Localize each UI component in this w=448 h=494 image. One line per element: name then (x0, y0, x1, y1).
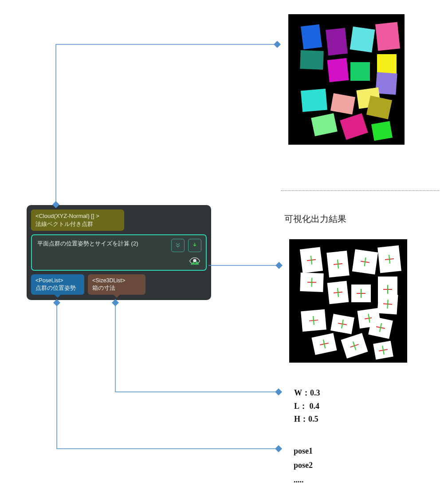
step-node: <Cloud(XYZ-Normal) [] > 法線ベクトル付き点群 平面点群の… (27, 205, 211, 300)
poses-readout: pose1 pose2 ..... (294, 444, 313, 487)
input-port-type: <Cloud(XYZ-Normal) [] > (35, 212, 120, 220)
output-port-size3dlist[interactable]: <Size3DList> 箱の寸法 (88, 274, 145, 295)
svg-point-0 (193, 259, 196, 262)
pose-line-1: pose1 (294, 444, 313, 458)
svg-marker-3 (275, 262, 283, 269)
input-preview-image (288, 14, 405, 145)
output-ports: <PoseList> 点群の位置姿勢 <Size3DList> 箱の寸法 (31, 274, 207, 295)
collapse-button[interactable] (171, 239, 185, 252)
download-icon (191, 242, 198, 249)
node-body: 平面点群の位置姿勢とサイズを計算 (2) (31, 234, 207, 271)
output-port-label: 箱の寸法 (92, 285, 141, 292)
chevron-double-down-icon (174, 242, 181, 249)
output-port-label: 点群の位置姿勢 (35, 285, 80, 292)
svg-marker-7 (275, 388, 282, 395)
input-port-label: 法線ベクトル付き点群 (35, 220, 120, 228)
pose-line-more: ..... (294, 473, 313, 487)
dim-l-value: 0.4 (310, 402, 320, 411)
svg-marker-6 (112, 299, 119, 306)
visualization-output-image (289, 239, 407, 363)
section-divider (281, 190, 439, 191)
dim-h-label: H： (294, 415, 308, 423)
svg-marker-4 (53, 299, 60, 306)
visualize-icon[interactable] (189, 257, 200, 267)
output-port-poselist[interactable]: <PoseList> 点群の位置姿勢 (31, 274, 84, 295)
output-port-type: <PoseList> (35, 277, 80, 285)
dim-h-value: 0.5 (308, 415, 318, 423)
dimensions-readout: W：0.3 L： 0.4 H：0.5 (294, 387, 320, 426)
dim-w-value: 0.3 (310, 388, 320, 397)
svg-marker-2 (274, 41, 281, 48)
download-button[interactable] (188, 239, 201, 252)
input-port-cloud[interactable]: <Cloud(XYZ-Normal) [] > 法線ベクトル付き点群 (31, 209, 124, 231)
visualization-title: 可視化出力結果 (284, 213, 346, 225)
svg-marker-5 (275, 445, 282, 452)
dim-l-label: L： (294, 402, 307, 411)
output-port-type: <Size3DList> (92, 277, 141, 285)
pose-line-2: pose2 (294, 458, 313, 472)
dim-w-label: W： (294, 388, 310, 397)
